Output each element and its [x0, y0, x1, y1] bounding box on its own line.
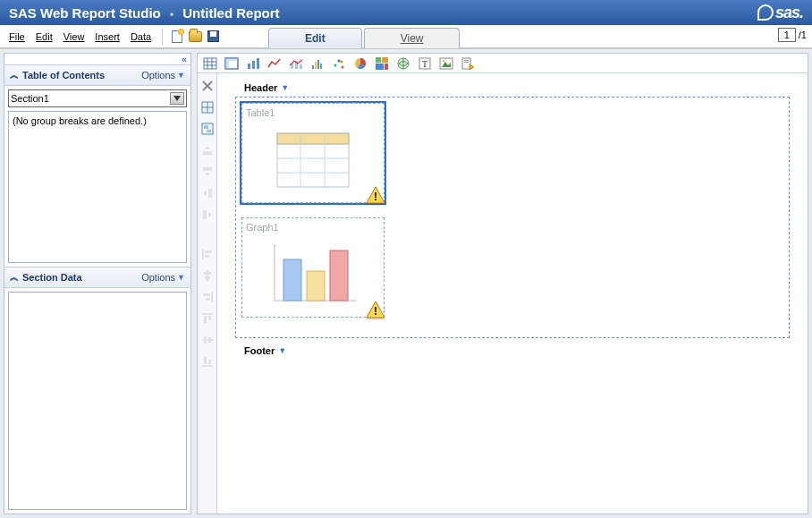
svg-rect-12 — [257, 58, 259, 69]
page-indicator: 1 /1 — [778, 28, 807, 42]
svg-rect-50 — [203, 167, 212, 171]
graph-preview-icon — [246, 236, 380, 313]
menu-edit[interactable]: Edit — [32, 29, 56, 45]
sas-logo-mark — [757, 4, 774, 21]
insert-line-chart-icon[interactable] — [267, 56, 282, 71]
svg-rect-46 — [204, 125, 208, 129]
section-data-options-dropdown[interactable]: Options▼ — [141, 272, 185, 283]
delete-icon[interactable] — [200, 79, 215, 93]
insert-bar-chart-icon[interactable] — [246, 56, 260, 71]
svg-marker-0 — [173, 96, 181, 101]
insert-bar-line-chart-icon[interactable] — [289, 56, 303, 71]
no-groups-text: (No group breaks are defined.) — [13, 115, 147, 126]
header-dropdown[interactable]: Header▼ — [244, 82, 790, 93]
collapse-left-icon[interactable]: « — [4, 54, 190, 64]
svg-point-23 — [341, 60, 343, 63]
svg-rect-37 — [464, 60, 469, 61]
toc-options-dropdown[interactable]: Options▼ — [141, 70, 185, 81]
section-select-button-icon[interactable] — [170, 92, 184, 105]
insert-image-icon[interactable] — [439, 56, 453, 71]
insert-row-below-icon — [200, 165, 215, 179]
svg-rect-73 — [208, 360, 211, 364]
new-report-icon[interactable] — [170, 30, 184, 44]
svg-marker-39 — [469, 64, 474, 70]
svg-rect-54 — [203, 210, 207, 219]
svg-marker-55 — [208, 212, 212, 217]
svg-rect-67 — [208, 316, 211, 320]
table-object-title: Table1 — [246, 107, 380, 118]
insert-list-table-icon[interactable] — [203, 56, 217, 71]
tab-edit[interactable]: Edit — [268, 28, 362, 48]
menu-data[interactable]: Data — [127, 29, 155, 45]
svg-marker-53 — [203, 191, 207, 196]
report-body-grid[interactable]: Table1 — [235, 97, 790, 338]
svg-rect-38 — [464, 62, 469, 63]
svg-rect-66 — [204, 316, 207, 323]
menu-file[interactable]: File — [5, 29, 29, 45]
section-select[interactable]: Section1 — [8, 89, 187, 107]
insert-row-above-icon — [200, 143, 215, 157]
svg-rect-61 — [205, 276, 210, 279]
insert-progressive-bar-icon[interactable] — [310, 56, 325, 71]
svg-rect-85 — [283, 259, 301, 301]
svg-rect-16 — [312, 65, 314, 69]
svg-rect-25 — [376, 57, 381, 63]
grid-layout-icon[interactable] — [200, 100, 215, 115]
titlebar: SAS Web Report Studio • Untitled Report … — [0, 0, 812, 25]
page-total: /1 — [799, 30, 807, 40]
svg-rect-1 — [204, 58, 216, 69]
svg-text:!: ! — [374, 305, 377, 318]
mode-tabs: Edit View — [268, 25, 460, 48]
open-report-icon[interactable] — [188, 30, 202, 44]
precision-layout-icon[interactable] — [200, 122, 215, 136]
table-preview-icon — [246, 122, 380, 199]
svg-rect-69 — [204, 336, 207, 344]
sas-logo: sas. — [757, 4, 803, 22]
svg-rect-58 — [205, 255, 209, 258]
section-data-collapse-icon[interactable]: ︽ — [10, 271, 19, 284]
insert-pie-chart-icon[interactable] — [353, 56, 368, 71]
svg-point-21 — [338, 59, 341, 62]
svg-rect-18 — [317, 60, 319, 69]
svg-rect-57 — [205, 251, 212, 253]
save-report-icon[interactable] — [206, 30, 220, 44]
insert-stored-process-icon[interactable] — [461, 56, 475, 71]
menubar: File Edit View Insert Data Edit View 1 /… — [0, 25, 812, 48]
insert-geo-map-icon[interactable] — [396, 56, 410, 71]
svg-rect-74 — [277, 133, 349, 144]
footer-dropdown[interactable]: Footer▼ — [244, 345, 790, 356]
report-canvas[interactable]: Header▼ Table1 — [217, 73, 808, 514]
title-separator: • — [170, 8, 173, 21]
app-title: SAS Web Report Studio — [9, 5, 161, 21]
svg-rect-72 — [204, 357, 207, 364]
page-current[interactable]: 1 — [778, 28, 796, 42]
main: « ︽ Table of Contents Options▼ Section1 … — [0, 48, 812, 518]
insert-tile-chart-icon[interactable] — [375, 56, 389, 71]
svg-rect-11 — [252, 61, 255, 69]
toc-collapse-icon[interactable]: ︽ — [10, 69, 19, 81]
warning-icon: ! — [366, 186, 385, 204]
section-data-area — [8, 292, 187, 510]
insert-text-icon[interactable]: T — [418, 56, 432, 71]
align-left-icon — [200, 247, 215, 261]
group-breaks-area: (No group breaks are defined.) — [8, 111, 187, 263]
align-bottom-icon — [200, 354, 215, 369]
graph-object[interactable]: Graph1 ! — [241, 217, 385, 318]
menu-insert[interactable]: Insert — [91, 29, 123, 45]
tab-view[interactable]: View — [364, 28, 461, 48]
svg-text:T: T — [422, 59, 427, 69]
svg-rect-27 — [376, 64, 384, 70]
sas-logo-text: sas — [775, 4, 799, 22]
table-object[interactable]: Table1 — [241, 103, 385, 203]
svg-rect-60 — [204, 272, 211, 275]
svg-rect-52 — [208, 189, 212, 198]
toc-title: Table of Contents — [22, 70, 105, 81]
svg-rect-10 — [248, 64, 250, 69]
align-top-icon — [200, 311, 215, 326]
insert-scatter-icon[interactable] — [332, 56, 346, 71]
svg-rect-47 — [207, 130, 211, 132]
align-middle-icon — [200, 333, 215, 347]
menu-view[interactable]: View — [60, 29, 89, 45]
insert-crosstab-icon[interactable] — [224, 56, 239, 71]
warning-icon: ! — [366, 301, 385, 318]
